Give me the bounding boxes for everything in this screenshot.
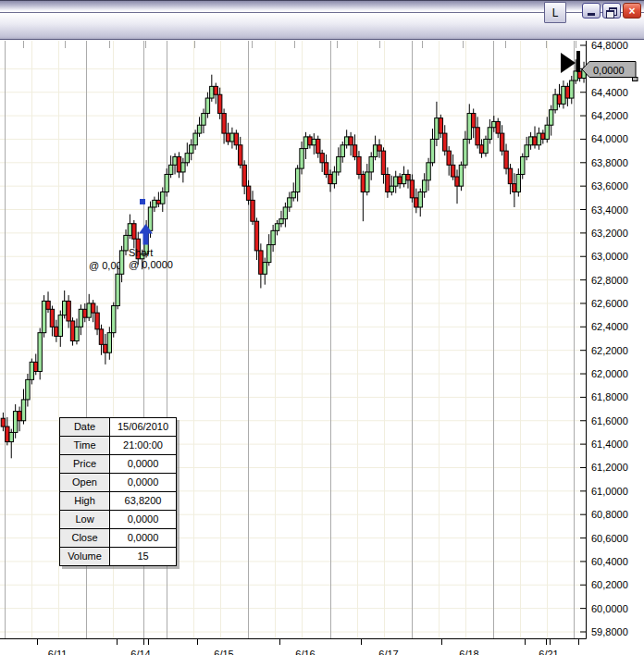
candle xyxy=(300,142,303,175)
candle xyxy=(214,83,217,105)
candle xyxy=(190,139,193,160)
candle xyxy=(263,258,266,285)
short-label-line2: @ 0,0000 xyxy=(129,259,173,270)
candle xyxy=(312,133,316,154)
candle xyxy=(435,102,439,146)
candle xyxy=(128,215,131,240)
date-axis-label: 6/11 xyxy=(48,649,68,655)
candle xyxy=(386,167,390,198)
candle xyxy=(341,142,344,163)
candle xyxy=(324,154,328,178)
price-axis-label: 62,6000 xyxy=(591,298,628,309)
candle xyxy=(288,192,291,213)
candle xyxy=(239,137,242,168)
candle xyxy=(410,174,414,202)
restore-button[interactable] xyxy=(602,3,621,19)
candle xyxy=(369,152,373,179)
candle xyxy=(91,300,94,322)
tooltip-field-label: Open xyxy=(60,474,110,491)
candle xyxy=(303,132,307,159)
candle xyxy=(271,225,275,252)
tooltip-field-value: 0,0000 xyxy=(110,455,176,473)
candle xyxy=(279,211,283,228)
candle xyxy=(430,129,434,167)
date-axis-label: 6/21 xyxy=(539,649,558,655)
candle xyxy=(18,407,21,432)
candle xyxy=(464,131,467,169)
candle xyxy=(79,304,82,335)
price-axis-label: 64,4000 xyxy=(591,87,628,98)
current-price-label: 0,0000 xyxy=(593,65,625,76)
tooltip-field-value: 15 xyxy=(110,548,176,565)
candle xyxy=(320,150,324,172)
candle xyxy=(406,169,410,188)
price-axis-labels: 64,800064,600064,400064,200064,000063,80… xyxy=(580,40,628,637)
price-axis-label: 60,4000 xyxy=(591,556,628,567)
candle xyxy=(168,155,172,178)
candle xyxy=(344,130,348,148)
candle xyxy=(181,158,185,183)
candle xyxy=(116,266,119,309)
candle xyxy=(156,192,160,207)
candle xyxy=(119,246,123,282)
candle xyxy=(337,147,341,175)
candle xyxy=(107,327,111,360)
candle xyxy=(50,305,54,336)
window-titlebar[interactable]: L × xyxy=(0,0,644,40)
candle xyxy=(484,136,488,157)
price-axis-label: 60,8000 xyxy=(591,509,628,520)
candle xyxy=(508,164,512,194)
candle xyxy=(332,167,336,189)
candlestick-series xyxy=(1,59,586,458)
candle xyxy=(291,182,295,201)
candle xyxy=(570,76,574,104)
candle xyxy=(455,169,459,204)
candle xyxy=(210,75,214,102)
current-price-tag: 0,0000 xyxy=(582,62,638,81)
price-axis-label: 63,8000 xyxy=(591,157,628,168)
tooltip-field-value: 0,0000 xyxy=(110,474,176,491)
tooltip-row: High63,8200 xyxy=(60,491,176,510)
candle xyxy=(173,154,177,175)
candle xyxy=(251,191,254,225)
candle xyxy=(525,137,528,160)
candle xyxy=(528,132,532,150)
candle xyxy=(42,295,45,338)
price-axis-label: 61,2000 xyxy=(591,462,628,473)
candle xyxy=(353,134,356,160)
candle xyxy=(472,108,476,138)
candle xyxy=(254,217,258,260)
candle xyxy=(459,162,463,192)
minimize-button[interactable] xyxy=(582,3,601,19)
close-icon: × xyxy=(628,5,635,18)
l-button[interactable]: L xyxy=(544,2,566,23)
price-axis-label: 63,6000 xyxy=(591,180,628,192)
candle xyxy=(500,125,503,155)
tooltip-field-label: Price xyxy=(60,455,110,473)
svg-text:@ 0,00: @ 0,00 xyxy=(89,260,122,271)
close-button[interactable]: × xyxy=(623,3,641,19)
candle xyxy=(349,132,353,155)
candle xyxy=(246,180,250,205)
candle xyxy=(316,136,320,158)
tooltip-row: Price0,0000 xyxy=(60,454,176,473)
short-label-line1: Short xyxy=(129,247,153,258)
entry-handle-square xyxy=(140,199,145,204)
price-axis-label: 59,8000 xyxy=(591,626,628,637)
price-axis-label: 62,2000 xyxy=(591,345,628,356)
candle xyxy=(565,83,569,106)
data-tooltip: Date15/06/2010Time21:00:00Price0,0000Ope… xyxy=(59,417,177,566)
candle xyxy=(562,80,565,108)
candle xyxy=(222,108,226,143)
candle xyxy=(549,105,552,136)
candle xyxy=(402,167,405,188)
candle xyxy=(267,234,271,266)
candle xyxy=(177,152,180,178)
tooltip-field-value: 0,0000 xyxy=(110,511,176,528)
candle xyxy=(13,404,17,439)
tooltip-field-label: Date xyxy=(60,418,110,436)
candle xyxy=(112,303,116,338)
price-axis-label: 60,2000 xyxy=(591,579,628,590)
candle xyxy=(537,128,540,150)
price-axis-label: 62,4000 xyxy=(591,321,628,332)
